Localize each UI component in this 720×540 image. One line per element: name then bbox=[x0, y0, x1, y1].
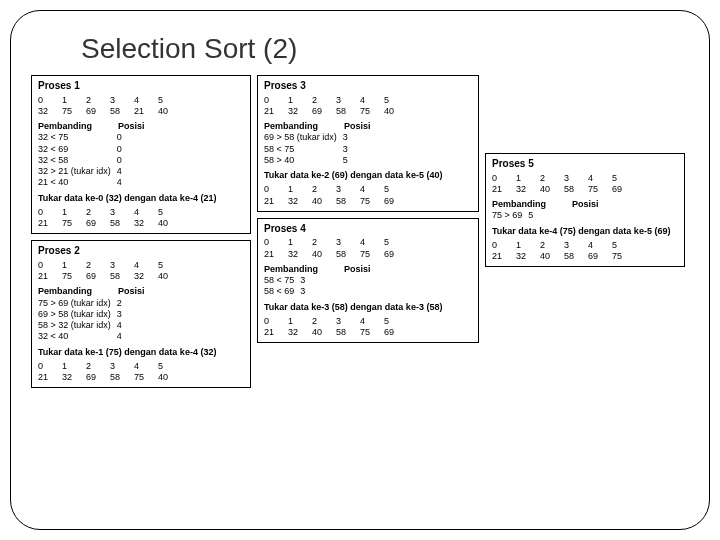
process-title: Proses 2 bbox=[38, 245, 244, 258]
columns: Proses 1 012345 327569582140 PembandingP… bbox=[31, 75, 689, 388]
process-1: Proses 1 012345 327569582140 PembandingP… bbox=[31, 75, 251, 234]
compare-table: 75 > 69 (tukar idx)2 69 > 58 (tukar idx)… bbox=[38, 298, 141, 343]
array-after: 012345 213240587569 bbox=[264, 184, 408, 207]
compare-header: PembandingPosisi bbox=[264, 121, 472, 132]
array-before: 012345 213269587540 bbox=[264, 95, 408, 118]
compare-header: PembandingPosisi bbox=[492, 199, 678, 210]
process-5: Proses 5 012345 213240587569 PembandingP… bbox=[485, 153, 685, 267]
swap-text: Tukar data ke-1 (75) dengan data ke-4 (3… bbox=[38, 347, 244, 358]
array-after: 012345 213269587540 bbox=[38, 361, 182, 384]
process-4: Proses 4 012345 213240587569 PembandingP… bbox=[257, 218, 479, 344]
process-title: Proses 4 bbox=[264, 223, 472, 236]
array-before: 012345 213240587569 bbox=[492, 173, 636, 196]
compare-table: 75 > 695 bbox=[492, 210, 552, 221]
array-after: 012345 213240587569 bbox=[264, 316, 408, 339]
compare-header: PembandingPosisi bbox=[38, 121, 244, 132]
array-before: 012345 217569583240 bbox=[38, 260, 182, 283]
column-1: Proses 1 012345 327569582140 PembandingP… bbox=[31, 75, 251, 388]
process-title: Proses 1 bbox=[38, 80, 244, 93]
column-3: Proses 5 012345 213240587569 PembandingP… bbox=[485, 153, 685, 388]
process-title: Proses 3 bbox=[264, 80, 472, 93]
array-after: 012345 213240586975 bbox=[492, 240, 636, 263]
compare-table: 32 < 750 32 < 690 32 < 580 32 > 21 (tuka… bbox=[38, 132, 141, 188]
swap-text: Tukar data ke-3 (58) dengan data ke-3 (5… bbox=[264, 302, 472, 313]
array-before: 012345 327569582140 bbox=[38, 95, 182, 118]
process-title: Proses 5 bbox=[492, 158, 678, 171]
swap-text: Tukar data ke-0 (32) dengan data ke-4 (2… bbox=[38, 193, 244, 204]
compare-header: PembandingPosisi bbox=[38, 286, 244, 297]
column-2: Proses 3 012345 213269587540 PembandingP… bbox=[257, 75, 479, 388]
compare-table: 58 < 753 58 < 693 bbox=[264, 275, 324, 298]
compare-table: 69 > 58 (tukar idx)3 58 < 753 58 > 405 bbox=[264, 132, 367, 166]
process-3: Proses 3 012345 213269587540 PembandingP… bbox=[257, 75, 479, 212]
page-title: Selection Sort (2) bbox=[81, 33, 689, 65]
process-2: Proses 2 012345 217569583240 PembandingP… bbox=[31, 240, 251, 388]
compare-header: PembandingPosisi bbox=[264, 264, 472, 275]
swap-text: Tukar data ke-4 (75) dengan data ke-5 (6… bbox=[492, 226, 678, 237]
array-before: 012345 213240587569 bbox=[264, 237, 408, 260]
slide: Selection Sort (2) Proses 1 012345 32756… bbox=[10, 10, 710, 530]
swap-text: Tukar data ke-2 (69) dengan data ke-5 (4… bbox=[264, 170, 472, 181]
array-after: 012345 217569583240 bbox=[38, 207, 182, 230]
